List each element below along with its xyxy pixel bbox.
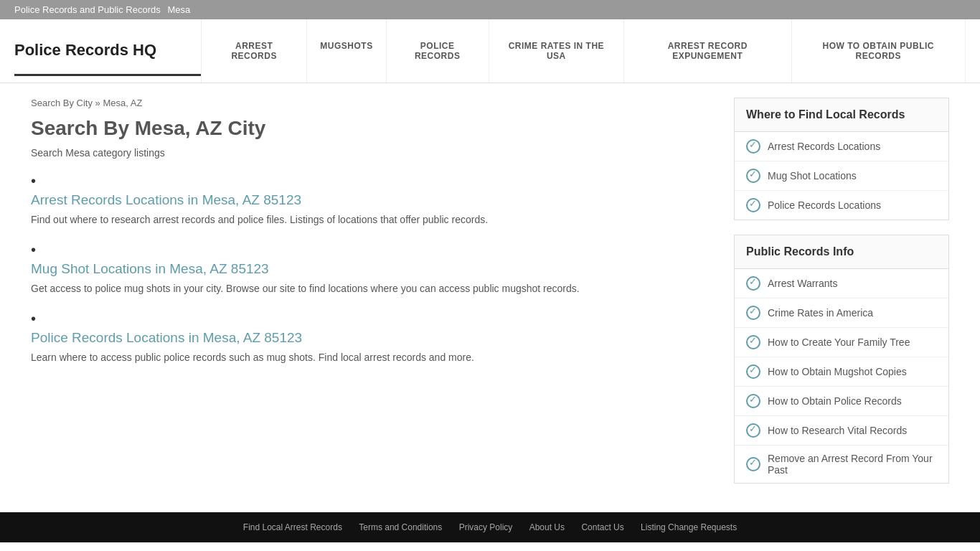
sidebar-box1-title: Where to Find Local Records <box>735 98 948 132</box>
page-title: Search By Mesa, AZ City <box>31 117 705 140</box>
footer-link-4[interactable]: Contact Us <box>581 522 623 532</box>
footer: Find Local Arrest Records Terms and Cond… <box>0 512 980 542</box>
breadcrumb: Search By City » Mesa, AZ <box>31 98 705 108</box>
section-3-title: Police Records Locations in Mesa, AZ 851… <box>31 330 705 346</box>
section-2-link[interactable]: Mug Shot Locations in Mesa, AZ 85123 <box>31 261 269 276</box>
sidebar-link-police-locations[interactable]: Police Records Locations <box>768 199 881 211</box>
sidebar-link-arrest-warrants[interactable]: Arrest Warrants <box>768 278 838 289</box>
footer-link-2[interactable]: Privacy Policy <box>459 522 513 532</box>
nav-police-records[interactable]: POLICE RECORDS <box>387 19 489 83</box>
sidebar-link-crime-rates[interactable]: Crime Rates in America <box>768 307 873 319</box>
sidebar-box-public-info: Public Records Info Arrest Warrants Crim… <box>734 235 949 484</box>
nav-mugshots[interactable]: MUGSHOTS <box>307 19 386 83</box>
logo[interactable]: Police Records HQ <box>14 27 201 76</box>
bullet-1: • <box>31 173 705 189</box>
sidebar-link-mugshot-copies[interactable]: How to Obtain Mugshot Copies <box>768 366 907 377</box>
check-icon-10 <box>746 457 760 471</box>
sidebar-box1-list: Arrest Records Locations Mug Shot Locati… <box>735 132 948 220</box>
sidebar: Where to Find Local Records Arrest Recor… <box>734 98 949 498</box>
section-3-desc: Learn where to access public police reco… <box>31 350 705 365</box>
top-bar: Police Records and Public Records Mesa <box>0 0 980 19</box>
content-area: Search By City » Mesa, AZ Search By Mesa… <box>31 98 734 498</box>
check-icon-6 <box>746 335 760 349</box>
sidebar-link-arrest-locations[interactable]: Arrest Records Locations <box>768 141 880 152</box>
check-icon-5 <box>746 306 760 320</box>
section-3-link[interactable]: Police Records Locations in Mesa, AZ 851… <box>31 330 302 345</box>
sidebar-box-local-records: Where to Find Local Records Arrest Recor… <box>734 98 949 220</box>
sidebar-item-arrest-locations: Arrest Records Locations <box>735 132 948 161</box>
nav-arrest-records[interactable]: ARREST RECORDS <box>201 19 307 83</box>
check-icon-7 <box>746 364 760 379</box>
section-1-desc: Find out where to research arrest record… <box>31 212 705 227</box>
topbar-link-mesa[interactable]: Mesa <box>167 4 190 15</box>
check-icon-4 <box>746 276 760 291</box>
section-1-title: Arrest Records Locations in Mesa, AZ 851… <box>31 192 705 208</box>
sidebar-link-family-tree[interactable]: How to Create Your Family Tree <box>768 336 910 348</box>
main-nav: ARREST RECORDS MUGSHOTS POLICE RECORDS C… <box>201 19 966 83</box>
breadcrumb-link[interactable]: Search By City <box>31 98 93 108</box>
sidebar-item-mugshot-locations: Mug Shot Locations <box>735 161 948 191</box>
footer-link-5[interactable]: Listing Change Requests <box>641 522 737 532</box>
footer-link-3[interactable]: About Us <box>529 522 565 532</box>
sidebar-item-remove-arrest: Remove an Arrest Record From Your Past <box>735 446 948 483</box>
check-icon-8 <box>746 394 760 408</box>
sidebar-item-police-locations: Police Records Locations <box>735 191 948 220</box>
sidebar-box2-list: Arrest Warrants Crime Rates in America H… <box>735 269 948 483</box>
sidebar-box2-title: Public Records Info <box>735 235 948 269</box>
sidebar-item-crime-rates: Crime Rates in America <box>735 298 948 328</box>
check-icon-3 <box>746 198 760 212</box>
sidebar-link-mugshot-locations[interactable]: Mug Shot Locations <box>768 170 857 182</box>
check-icon-2 <box>746 169 760 183</box>
sidebar-item-mugshot-copies: How to Obtain Mugshot Copies <box>735 357 948 387</box>
sidebar-item-police-records: How to Obtain Police Records <box>735 387 948 416</box>
bullet-2: • <box>31 242 705 258</box>
section-1-link[interactable]: Arrest Records Locations in Mesa, AZ 851… <box>31 192 301 207</box>
sidebar-item-arrest-warrants: Arrest Warrants <box>735 269 948 298</box>
main-container: Search By City » Mesa, AZ Search By Mesa… <box>17 83 963 512</box>
check-icon-9 <box>746 423 760 438</box>
sidebar-link-police-records[interactable]: How to Obtain Police Records <box>768 395 902 407</box>
section-2-desc: Get access to police mug shots in your c… <box>31 281 705 296</box>
section-2: • Mug Shot Locations in Mesa, AZ 85123 G… <box>31 242 705 296</box>
footer-link-1[interactable]: Terms and Conditions <box>359 522 442 532</box>
topbar-link-records[interactable]: Police Records and Public Records <box>14 4 161 15</box>
bullet-3: • <box>31 311 705 327</box>
sidebar-link-remove-arrest[interactable]: Remove an Arrest Record From Your Past <box>768 453 937 476</box>
breadcrumb-separator: » <box>95 98 103 108</box>
nav-obtain-records[interactable]: HOW TO OBTAIN PUBLIC RECORDS <box>792 19 966 83</box>
section-2-title: Mug Shot Locations in Mesa, AZ 85123 <box>31 261 705 277</box>
section-3: • Police Records Locations in Mesa, AZ 8… <box>31 311 705 365</box>
header: Police Records HQ ARREST RECORDS MUGSHOT… <box>0 19 980 83</box>
sidebar-item-vital-records: How to Research Vital Records <box>735 416 948 446</box>
sidebar-link-vital-records[interactable]: How to Research Vital Records <box>768 425 907 436</box>
page-subtitle: Search Mesa category listings <box>31 147 705 159</box>
nav-crime-rates[interactable]: CRIME RATES IN THE USA <box>489 19 624 83</box>
footer-link-0[interactable]: Find Local Arrest Records <box>243 522 342 532</box>
section-1: • Arrest Records Locations in Mesa, AZ 8… <box>31 173 705 227</box>
breadcrumb-current: Mesa, AZ <box>103 98 142 108</box>
sidebar-item-family-tree: How to Create Your Family Tree <box>735 328 948 357</box>
check-icon-1 <box>746 139 760 154</box>
nav-expungement[interactable]: ARREST RECORD EXPUNGEMENT <box>624 19 792 83</box>
